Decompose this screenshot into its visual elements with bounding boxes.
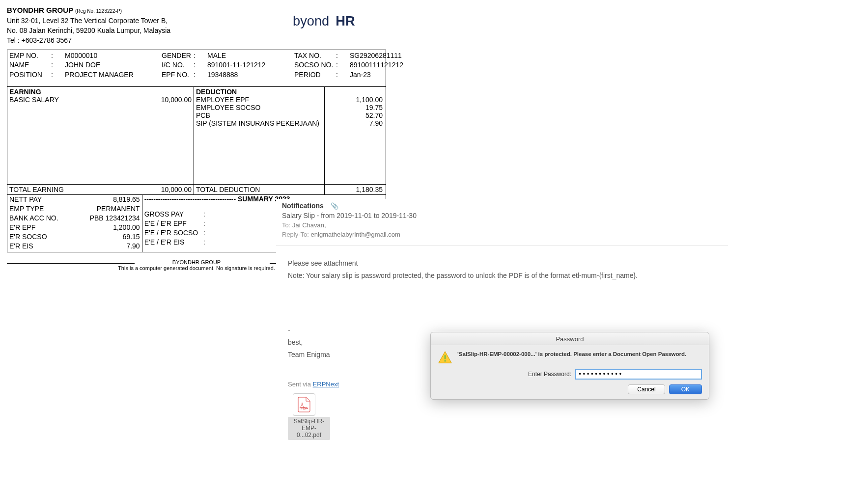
replyto-value: enigmathelabyrinth@gmail.com [311,231,400,238]
total-deduction-label: TOTAL DEDUCTION [196,186,260,193]
value-emp-no: M0000010 [65,51,97,61]
attachment[interactable]: PDF SalSlip-HR-EMP-0...02.pdf [288,393,716,440]
summary-left-row: EMP TYPEPERMANENT [9,204,140,214]
label-tax-no: TAX NO. [294,51,336,61]
dialog-message: 'SalSlip-HR-EMP-00002-000...' is protect… [457,350,686,357]
notification-panel: Notifications 📎 Salary Slip - from 2019-… [276,199,728,442]
notification-subject: Salary Slip - from 2019-11-01 to 2019-11… [282,212,722,219]
label-position: POSITION [9,70,51,80]
body-line1: Please see attachment [288,258,716,269]
deduction-amount: 19.75 [328,104,383,111]
deduction-label: EMPLOYEE SOCSO [196,104,322,111]
svg-text:byond: byond [293,13,329,28]
company-name: BYONDHR GROUP [7,6,73,14]
deduction-amount: 1,100.00 [328,96,383,104]
company-reg-no: (Reg No. 1223222-P) [75,8,122,14]
total-deduction-value: 1,180.35 [325,185,386,194]
label-ic-no: I/C NO. [162,60,194,70]
deduction-label: SIP (SISTEM INSURANS PEKERJAAN) [196,119,322,127]
password-dialog: Password 'SalSlip-HR-EMP-00002-000...' i… [430,332,709,400]
label-gender: GENDER [162,51,194,61]
label-emp-no: EMP NO. [9,51,51,61]
pdf-icon: PDF [293,393,315,416]
company-info: BYONDHR GROUP (Reg No. 1223222-P) Unit 3… [7,5,170,46]
earning-deduction-box: EARNING BASIC SALARY10,000.00 DEDUCTION … [7,87,386,184]
earning-line: BASIC SALARY10,000.00 [9,96,192,104]
notification-title: Notifications [282,202,324,210]
company-addr1: Unit 32-01, Level 32 The Vertical Corpor… [7,16,170,26]
replyto-label: Reply-To: [282,231,309,238]
erpnext-link[interactable]: ERPNext [313,381,339,388]
summary-left-row: NETT PAY8,819.65 [9,195,140,204]
ok-button[interactable]: OK [669,384,702,394]
svg-text:HR: HR [336,13,355,28]
password-input[interactable] [575,369,702,380]
value-gender: MALE [207,51,226,61]
value-position: PROJECT MANAGER [65,70,134,80]
value-tax-no: SG29206281111 [350,51,402,61]
deduction-title: DEDUCTION [196,88,322,96]
sentvia-prefix: Sent via [288,381,313,388]
svg-rect-4 [445,360,446,362]
summary-left-row: E'R SOCSO69.15 [9,232,140,242]
deduction-amount: 52.70 [328,111,383,119]
company-tel: Tel : +603-2786 3567 [7,35,170,45]
to-label: To: [282,221,290,229]
deduction-label: PCB [196,111,322,119]
label-name: NAME [9,60,51,70]
total-earning-label: TOTAL EARNING [9,186,64,193]
value-socso-no: 89100111121212 [350,60,403,70]
totals-row: TOTAL EARNING 10,000.00 TOTAL DEDUCTION … [7,184,386,195]
total-earning-value: 10,000.00 [161,186,192,193]
dialog-title: Password [431,332,709,345]
svg-text:PDF: PDF [301,407,308,410]
attachment-name: SalSlip-HR-EMP-0...02.pdf [288,417,330,440]
summary-left-row: E'R EIS7.90 [9,242,140,251]
paperclip-icon: 📎 [331,202,338,210]
employee-details-box: EMP NO.:M0000010 NAME:JOHN DOE POSITION:… [7,50,386,87]
svg-rect-3 [445,355,446,359]
deduction-label: EMPLOYEE EPF [196,96,322,104]
value-name: JOHN DOE [65,60,100,70]
value-epf-no: 19348888 [207,70,238,80]
label-period: PERIOD [294,70,336,80]
deduction-amount: 7.90 [328,119,383,127]
cancel-button[interactable]: Cancel [628,384,665,394]
to-value: Jai Chavan, [292,221,326,229]
body-line2: Note: Your salary slip is password prote… [288,271,716,281]
summary-left-row: E'R EPF1,200.00 [9,223,140,232]
warning-icon [438,350,452,365]
company-addr2: No. 08 Jalan Kerinchi, 59200 Kuala Lumpu… [7,26,170,35]
value-period: Jan-23 [350,70,371,80]
label-epf-no: EPF NO. [162,70,194,80]
value-ic-no: 891001-11-121212 [207,60,265,70]
label-socso-no: SOCSO NO. [294,60,336,70]
summary-left-row: BANK ACC NO.PBB 123421234 [9,214,140,223]
password-label: Enter Password: [528,371,571,378]
byondhr-logo: byondHR [293,11,366,34]
earning-title: EARNING [9,88,192,96]
